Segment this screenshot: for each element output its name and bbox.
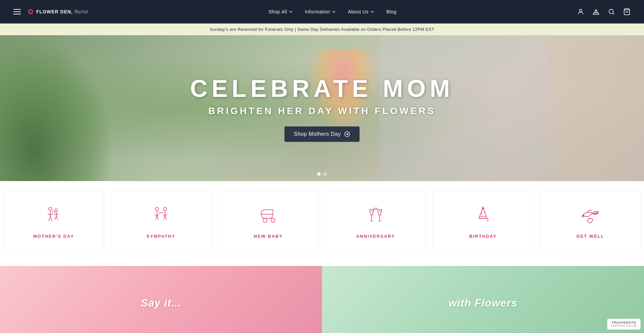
nav-information[interactable]: Information xyxy=(305,9,336,14)
category-new-baby[interactable]: NEW BABY xyxy=(218,191,319,253)
shop-mothers-day-button[interactable]: Shop Mothers Day xyxy=(284,126,360,142)
get-well-icon xyxy=(580,205,601,228)
logo-text: FLOWER DEN, florist xyxy=(36,9,88,14)
svg-point-12 xyxy=(381,210,381,211)
sympathy-label: SYMPATHY xyxy=(147,234,175,239)
hero-carousel-dots xyxy=(317,172,327,176)
new-baby-icon xyxy=(258,205,279,228)
category-mothers-day[interactable]: MOTHER'S DAY xyxy=(3,191,104,253)
nav-right xyxy=(577,8,631,15)
svg-point-11 xyxy=(380,211,381,212)
banner-flowers[interactable]: with Flowers xyxy=(322,266,644,333)
svg-point-1 xyxy=(609,9,613,14)
banner-flowers-text: with Flowers xyxy=(448,297,518,309)
nav-left: ✿ FLOWER DEN, florist xyxy=(13,7,88,16)
trusted-site-badge: TrustedSite CERTIFIED SECURE xyxy=(607,319,641,330)
new-baby-label: NEW BABY xyxy=(254,234,283,239)
nav-about-us[interactable]: About Us xyxy=(348,9,374,14)
account-icon[interactable] xyxy=(577,8,584,15)
banner-say-it-text: Say it... xyxy=(141,297,181,309)
svg-point-9 xyxy=(372,211,373,212)
svg-point-8 xyxy=(271,218,275,222)
get-well-label: GET WELL xyxy=(576,234,604,239)
anniversary-label: ANNIVERSARY xyxy=(356,234,395,239)
svg-point-14 xyxy=(481,213,482,214)
svg-point-15 xyxy=(484,212,485,213)
svg-point-0 xyxy=(579,9,582,12)
hero-subtitle: BRIGHTEN HER DAY WITH FLOWERS xyxy=(7,106,637,116)
wishlist-icon[interactable] xyxy=(592,8,600,15)
sympathy-icon xyxy=(150,205,172,228)
svg-point-10 xyxy=(373,210,373,211)
hero-title: CELEBRATE MOM xyxy=(7,75,637,102)
svg-point-16 xyxy=(482,211,483,211)
nav-blog[interactable]: Blog xyxy=(386,9,396,14)
trusted-site-label: TrustedSite xyxy=(611,321,636,324)
hero-content: CELEBRATE MOM BRIGHTEN HER DAY WITH FLOW… xyxy=(0,68,644,149)
cart-icon[interactable] xyxy=(623,8,631,15)
svg-point-3 xyxy=(49,207,52,211)
logo-icon: ✿ xyxy=(28,7,34,16)
nav-shop-all[interactable]: Shop All xyxy=(268,9,292,14)
category-anniversary[interactable]: ANNIVERSARY xyxy=(325,191,426,253)
nav-center: Shop All Information About Us Blog xyxy=(268,9,396,14)
anniversary-icon xyxy=(365,205,386,228)
category-sympathy[interactable]: SYMPATHY xyxy=(111,191,211,253)
birthday-icon xyxy=(472,205,494,228)
mothers-day-label: MOTHER'S DAY xyxy=(33,234,74,239)
trusted-site-sub: CERTIFIED SECURE xyxy=(611,324,637,327)
carousel-dot-1[interactable] xyxy=(317,172,321,176)
hamburger-menu[interactable] xyxy=(13,9,21,14)
svg-point-6 xyxy=(163,207,167,211)
category-get-well[interactable]: GET WELL xyxy=(540,191,641,253)
bottom-banners: Say it... with Flowers xyxy=(0,266,644,333)
announcement-bar: Sunday's are Reserved for Funerals Only … xyxy=(0,23,644,35)
carousel-dot-2[interactable] xyxy=(323,172,327,176)
navbar: ✿ FLOWER DEN, florist Shop All Informati… xyxy=(0,0,644,23)
category-birthday[interactable]: BIRTHDAY xyxy=(433,191,533,253)
banner-say-it[interactable]: Say it... xyxy=(0,266,322,333)
search-icon[interactable] xyxy=(608,8,615,15)
logo[interactable]: ✿ FLOWER DEN, florist xyxy=(28,7,88,16)
categories-section: MOTHER'S DAY SYMPATHY xyxy=(0,181,644,263)
hero-section: CELEBRATE MOM BRIGHTEN HER DAY WITH FLOW… xyxy=(0,35,644,181)
announcement-text: Sunday's are Reserved for Funerals Only … xyxy=(210,27,434,32)
svg-point-4 xyxy=(55,209,58,212)
shop-mothers-day-label: Shop Mothers Day xyxy=(294,131,341,137)
birthday-label: BIRTHDAY xyxy=(469,234,497,239)
svg-point-7 xyxy=(263,218,267,222)
mothers-day-icon xyxy=(43,205,64,228)
svg-point-5 xyxy=(155,207,159,211)
